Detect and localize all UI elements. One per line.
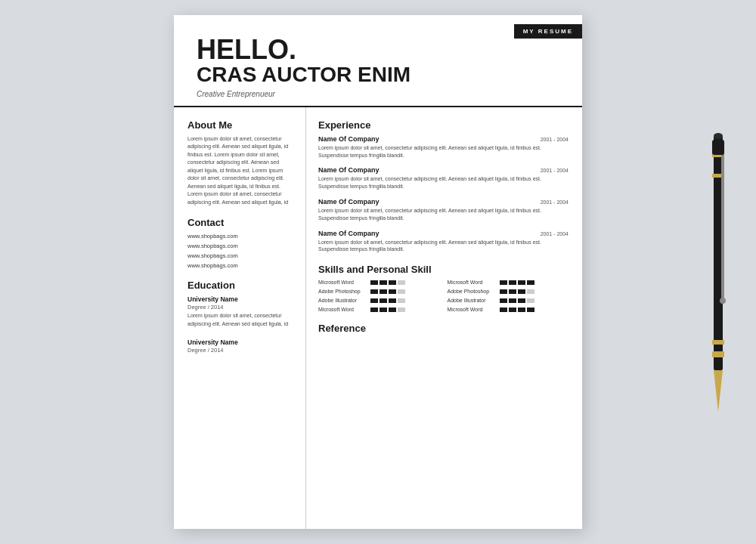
exp-entry-0: Name Of Company 2001 - 2004 Lorem ipsum … [318, 135, 569, 159]
skill-seg-2-2 [389, 289, 396, 294]
skill-seg-0-2 [389, 280, 396, 285]
skill-bar-3 [500, 289, 534, 294]
skill-seg-6-0 [370, 308, 378, 312]
svg-marker-7 [714, 370, 723, 412]
skill-row-3: Adobe Photoshop [448, 289, 569, 294]
skill-seg-5-3 [527, 298, 534, 303]
page-wrapper: MY RESUME HELLO. CRAS AUCTOR ENIM Creati… [0, 0, 756, 544]
exp-date-1: 2001 - 2004 [541, 168, 569, 173]
skill-bar-7 [500, 308, 534, 312]
exp-desc-0: Lorem ipsum dolor sit amet, consectetur … [318, 144, 569, 159]
skill-seg-3-1 [509, 289, 516, 294]
education-heading: Education [187, 280, 293, 291]
edu-entry-0: University Name Degree / 2014 Lorem ipsu… [187, 295, 293, 328]
resume-body: About Me Lorem ipsum dolor sit amet, con… [174, 107, 582, 529]
skill-row-5: Adobe Illustrator [448, 298, 569, 303]
exp-company-2: Name Of Company [318, 198, 380, 206]
skill-seg-6-3 [398, 308, 405, 312]
skills-section: Skills and Personal Skill Microsoft Word… [318, 264, 569, 312]
skill-label-0: Microsoft Word [318, 280, 367, 285]
education-section: Education University Name Degree / 2014 … [187, 280, 293, 354]
skill-row-4: Adobe Illustrator [318, 298, 440, 303]
top-label: MY RESUME [514, 24, 582, 39]
skill-seg-2-0 [370, 289, 378, 294]
skill-label-3: Adobe Photoshop [448, 289, 497, 294]
exp-desc-3: Lorem ipsum dolor sit amet, consectetur … [318, 239, 569, 254]
contact-section: Contact www.shopbags.com www.shopbags.co… [187, 217, 293, 269]
contact-item: www.shopbags.com [187, 262, 293, 269]
skill-seg-2-3 [398, 289, 405, 294]
skill-seg-0-3 [398, 280, 405, 285]
resume-card: MY RESUME HELLO. CRAS AUCTOR ENIM Creati… [174, 15, 582, 529]
exp-company-1: Name Of Company [318, 166, 380, 174]
skill-bar-1 [500, 280, 534, 285]
skill-row-1: Microsoft Word [448, 280, 569, 285]
skill-seg-1-0 [500, 280, 507, 285]
exp-desc-1: Lorem ipsum dolor sit amet, consectetur … [318, 175, 569, 190]
skill-seg-1-3 [527, 280, 534, 285]
skill-label-2: Adobe Photoshop [318, 289, 367, 294]
skill-seg-5-2 [518, 298, 525, 303]
contact-item: www.shopbags.com [187, 233, 293, 240]
skill-seg-1-2 [518, 280, 525, 285]
reference-section: Reference [318, 323, 569, 334]
skill-seg-6-2 [389, 308, 396, 312]
about-section: About Me Lorem ipsum dolor sit amet, con… [187, 119, 293, 207]
skill-label-4: Adobe Illustrator [318, 298, 367, 303]
skills-heading: Skills and Personal Skill [318, 264, 569, 275]
left-column: About Me Lorem ipsum dolor sit amet, con… [174, 107, 306, 529]
exp-company-3: Name Of Company [318, 230, 380, 237]
resume-name: CRAS AUCTOR ENIM [197, 63, 559, 87]
contact-item: www.shopbags.com [187, 243, 293, 249]
skills-grid: Microsoft WordMicrosoft WordAdobe Photos… [318, 280, 569, 312]
right-column: Experience Name Of Company 2001 - 2004 L… [306, 107, 582, 529]
exp-desc-2: Lorem ipsum dolor sit amet, consectetur … [318, 207, 569, 222]
about-heading: About Me [187, 119, 293, 131]
pen-decoration [703, 128, 733, 416]
contact-heading: Contact [187, 217, 293, 228]
skill-seg-3-0 [500, 289, 507, 294]
reference-heading: Reference [318, 323, 569, 334]
skill-bar-0 [370, 280, 405, 285]
skill-seg-4-0 [370, 298, 378, 303]
skill-seg-3-3 [527, 289, 534, 294]
skill-seg-2-1 [380, 289, 387, 294]
contact-item: www.shopbags.com [187, 252, 293, 259]
svg-point-6 [720, 298, 726, 304]
exp-date-2: 2001 - 2004 [541, 199, 569, 205]
exp-date-3: 2001 - 2004 [541, 231, 569, 236]
skill-seg-6-1 [380, 308, 387, 312]
exp-company-0: Name Of Company [318, 135, 380, 143]
skill-seg-5-1 [509, 298, 516, 303]
skill-row-7: Microsoft Word [448, 307, 569, 312]
skill-seg-4-3 [398, 298, 405, 303]
skill-seg-1-1 [509, 280, 516, 285]
exp-entry-3: Name Of Company 2001 - 2004 Lorem ipsum … [318, 230, 569, 254]
edu-desc-0: Lorem ipsum dolor sit amet, consectetur … [187, 312, 293, 328]
skill-label-7: Microsoft Word [448, 307, 497, 312]
skill-seg-4-2 [389, 298, 396, 303]
resume-subtitle: Creative Entreprenueur [197, 90, 559, 98]
skill-row-0: Microsoft Word [318, 280, 440, 285]
edu-degree-1: Degree / 2014 [187, 347, 293, 354]
skill-row-2: Adobe Photoshop [318, 289, 440, 294]
edu-school-0: University Name [187, 295, 293, 303]
skill-bar-5 [500, 298, 534, 303]
edu-degree-0: Degree / 2014 [187, 304, 293, 311]
edu-school-1: University Name [187, 338, 293, 346]
skill-seg-4-1 [380, 298, 387, 303]
exp-entry-1: Name Of Company 2001 - 2004 Lorem ipsum … [318, 166, 569, 190]
svg-rect-5 [721, 150, 724, 301]
experience-section: Experience Name Of Company 2001 - 2004 L… [318, 119, 569, 253]
skill-seg-0-0 [370, 280, 378, 285]
svg-rect-3 [712, 340, 724, 345]
skill-bar-4 [370, 298, 405, 303]
skill-label-1: Microsoft Word [448, 280, 497, 285]
experience-heading: Experience [318, 119, 569, 131]
svg-rect-4 [712, 351, 724, 357]
svg-point-10 [714, 133, 723, 139]
resume-hello: HELLO. [197, 36, 559, 63]
skill-seg-7-3 [527, 308, 534, 312]
skill-seg-0-1 [380, 280, 387, 285]
skill-bar-2 [370, 289, 405, 294]
